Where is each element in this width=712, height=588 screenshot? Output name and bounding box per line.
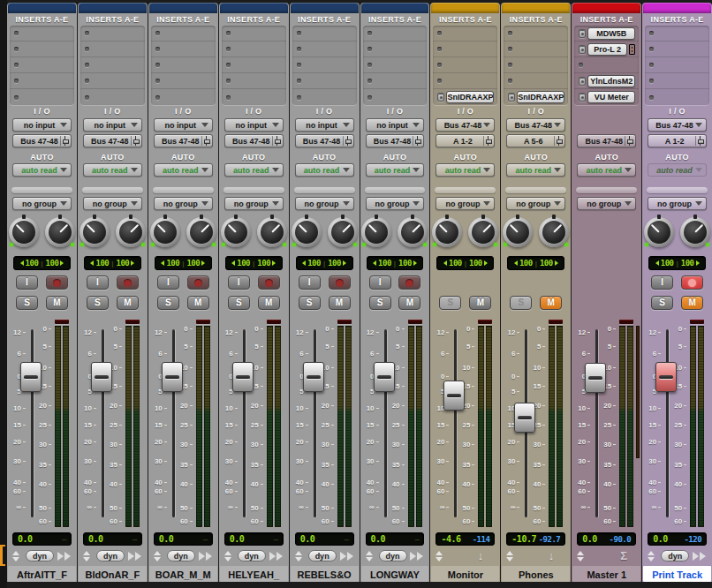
insert-slot-C[interactable] — [10, 57, 74, 73]
solo-button[interactable]: S — [157, 296, 179, 310]
input-monitor-button[interactable]: I — [299, 275, 321, 290]
insert-slot-D[interactable] — [363, 73, 428, 89]
solo-button[interactable]: S — [510, 296, 532, 310]
insert-slot-E[interactable] — [80, 89, 145, 105]
group-assignment-selector[interactable]: no group — [12, 197, 72, 210]
input-monitor-button[interactable]: I — [228, 275, 250, 290]
volume-value[interactable]: 0.0 — [88, 534, 103, 544]
volume-fader-handle[interactable] — [374, 362, 395, 392]
volume-fader-handle[interactable] — [514, 403, 535, 433]
record-enable-button[interactable] — [398, 275, 420, 290]
input-path-selector[interactable]: Bus 47-48 — [506, 118, 565, 132]
record-enable-button[interactable] — [681, 275, 703, 290]
insert-slot-C[interactable] — [80, 57, 145, 73]
nudge-spinner[interactable] — [224, 551, 231, 562]
automation-mode-selector[interactable]: auto read — [224, 163, 284, 177]
insert-plugin-button[interactable]: YlnLdnsM2 — [587, 75, 635, 87]
fast-forward-icon[interactable] — [57, 552, 71, 561]
insert-slot-A[interactable] — [433, 26, 497, 41]
insert-slot-D[interactable] — [645, 73, 709, 89]
pan-knob-right[interactable] — [398, 217, 428, 247]
insert-slot-D[interactable]: YlnLdnsM2 — [574, 73, 639, 89]
solo-button[interactable]: S — [369, 296, 391, 310]
insert-plugin-button[interactable]: SnIDRAAXP — [446, 91, 494, 103]
mute-button[interactable]: M — [398, 296, 420, 310]
clip-indicator[interactable] — [690, 320, 704, 324]
pan-knob-right[interactable] — [45, 217, 75, 247]
pan-knob-left[interactable] — [9, 217, 39, 247]
track-name[interactable]: Master 1 — [572, 566, 640, 582]
input-path-selector[interactable]: no input — [224, 118, 284, 132]
insert-slot-B[interactable] — [151, 41, 216, 57]
pan-right-value[interactable]: 100 — [540, 259, 553, 268]
solo-button[interactable]: S — [228, 296, 250, 310]
mute-button[interactable]: M — [187, 296, 209, 310]
insert-slot-E[interactable] — [10, 89, 74, 105]
insert-slot-D[interactable] — [151, 73, 216, 89]
insert-slot-E[interactable] — [645, 89, 709, 105]
clip-indicator[interactable] — [125, 320, 140, 324]
nudge-spinner[interactable] — [154, 551, 161, 562]
insert-slot-C[interactable] — [645, 57, 709, 73]
pan-left-value[interactable]: 100 — [307, 259, 321, 268]
group-assignment-selector[interactable]: no group — [224, 197, 284, 210]
input-path-selector[interactable]: no input — [295, 118, 354, 132]
group-assignment-selector[interactable]: no group — [648, 197, 707, 210]
insert-slot-B[interactable] — [292, 41, 357, 57]
volume-fader-handle[interactable] — [232, 362, 254, 392]
solo-button[interactable]: S — [439, 296, 461, 310]
output-path-selector[interactable]: A 1-2 — [648, 134, 707, 147]
track-name[interactable]: Print Track — [643, 566, 711, 582]
automation-mode-selector[interactable]: auto read — [506, 163, 565, 177]
pan-left-value[interactable]: 100 — [449, 259, 462, 268]
nudge-spinner[interactable] — [577, 551, 584, 562]
track-name[interactable]: BldOnAR_F — [79, 566, 147, 582]
insert-slot-C[interactable] — [504, 57, 568, 73]
insert-slot-A[interactable] — [10, 26, 74, 41]
pan-knob-left[interactable] — [432, 217, 462, 247]
track-name[interactable]: Monitor — [431, 566, 499, 582]
dyn-plugin-button[interactable]: dyn — [661, 550, 689, 562]
volume-value[interactable]: 0.0 — [300, 534, 315, 544]
automation-mode-selector[interactable]: auto read — [577, 163, 636, 177]
insert-slot-D[interactable] — [504, 73, 568, 89]
insert-slot-A[interactable] — [80, 26, 145, 41]
pan-left-value[interactable]: 100 — [166, 259, 179, 268]
insert-slot-E[interactable] — [292, 89, 357, 105]
mute-button[interactable]: M — [469, 296, 491, 310]
pan-knob-left[interactable] — [644, 217, 674, 247]
input-monitor-button[interactable]: I — [16, 275, 38, 290]
insert-slot-E[interactable]: VU Meter — [574, 89, 639, 105]
pan-knob-right[interactable] — [257, 217, 287, 247]
output-path-selector[interactable]: Bus 47-48 — [224, 134, 284, 147]
insert-slot-C[interactable] — [151, 57, 216, 73]
pan-right-value[interactable]: 100 — [328, 259, 341, 268]
pan-right-value[interactable]: 100 — [116, 259, 129, 268]
fast-forward-icon[interactable] — [340, 552, 353, 561]
insert-slot-D[interactable] — [10, 73, 74, 89]
input-path-selector[interactable]: no input — [83, 118, 142, 132]
volume-value[interactable]: 0.0 — [582, 534, 597, 544]
insert-slot-E[interactable]: SnIDRAAXP — [433, 89, 497, 105]
automation-mode-selector[interactable]: auto read — [436, 163, 495, 177]
track-name[interactable]: REBELS&O — [291, 566, 359, 582]
pan-knob-left[interactable] — [221, 217, 251, 247]
group-assignment-selector[interactable]: no group — [577, 197, 636, 210]
insert-slot-D[interactable] — [433, 73, 497, 89]
output-path-selector[interactable]: A 1-2 — [436, 134, 495, 147]
solo-button[interactable]: S — [299, 296, 321, 310]
input-path-selector[interactable]: Bus 47-48 — [436, 118, 495, 132]
automation-mode-selector[interactable]: auto read — [648, 163, 707, 177]
volume-value[interactable]: 0.0 — [371, 534, 386, 544]
insert-plugin-button[interactable]: VU Meter — [587, 91, 635, 103]
input-monitor-button[interactable]: I — [651, 275, 673, 290]
fast-forward-icon[interactable] — [410, 552, 423, 561]
insert-slot-B[interactable] — [80, 41, 145, 57]
clip-indicator[interactable] — [408, 320, 422, 324]
insert-plugin-button[interactable]: MDW5B — [587, 27, 635, 40]
clip-indicator[interactable] — [196, 320, 210, 324]
volume-value[interactable]: -10.7 — [511, 534, 536, 544]
dyn-plugin-button[interactable]: dyn — [308, 550, 337, 562]
track-name[interactable]: BOAR_M_M — [149, 566, 217, 582]
insert-slot-E[interactable] — [363, 89, 428, 105]
